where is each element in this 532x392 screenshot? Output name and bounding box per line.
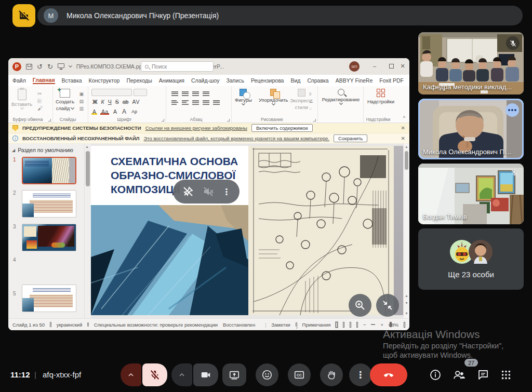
highlight-button[interactable]: А <box>91 109 97 115</box>
language-status[interactable]: украинский <box>57 322 83 328</box>
paste-button[interactable]: Вставить <box>11 86 32 109</box>
collapse-ribbon-button[interactable]: ^ <box>403 115 405 120</box>
save-recovered-button[interactable]: Сохранить <box>334 134 367 142</box>
align-left-icon[interactable] <box>171 99 178 105</box>
align-right-icon[interactable] <box>192 99 199 105</box>
search-box[interactable]: Поиск <box>141 61 214 72</box>
zoom-slider-thumb[interactable] <box>390 322 392 327</box>
video-tile-bogdan[interactable]: Богдан Тимків <box>418 164 524 224</box>
indent-icon[interactable] <box>192 90 199 97</box>
save-icon[interactable] <box>26 64 32 70</box>
camera-toggle-button[interactable] <box>193 363 218 386</box>
grow-font-button[interactable]: А <box>121 108 127 115</box>
tab-insert[interactable]: Вставка <box>62 77 82 84</box>
slideshow-view-button[interactable] <box>356 322 358 328</box>
shapes-button[interactable]: Фигуры <box>235 86 252 105</box>
columns-icon[interactable] <box>213 99 220 105</box>
participants-button[interactable] <box>448 363 471 386</box>
line-spacing-icon[interactable] <box>203 90 209 97</box>
scroll-thumb[interactable] <box>405 151 408 170</box>
main-scrollbar[interactable]: ▲ ▲ ▼ ▼ <box>403 144 409 318</box>
video-tile-classroom[interactable]: Кафедра методики виклад... <box>418 32 524 94</box>
new-slide-button[interactable]: Создать слайд <box>56 86 74 111</box>
font-dialog-launcher[interactable] <box>162 119 164 121</box>
align-center-icon[interactable] <box>182 99 189 105</box>
start-slideshow-icon[interactable] <box>58 63 64 68</box>
comments-button[interactable]: Примечания <box>302 322 331 328</box>
drawing-dialog-launcher[interactable] <box>313 119 316 121</box>
overflow-participants-tile[interactable]: Ще 23 особи <box>418 228 524 290</box>
activities-button[interactable] <box>495 363 517 386</box>
captions-button[interactable]: CC <box>288 363 311 386</box>
more-options-button[interactable]: ⋮ <box>349 363 372 386</box>
fill-outline-effects-icons[interactable]: ◊∠◌ <box>309 90 313 112</box>
section-header[interactable]: ◢ Раздел по умолчанию <box>12 147 73 153</box>
panel-scroll-thumb[interactable] <box>86 151 90 186</box>
clipboard-dialog-launcher[interactable] <box>48 119 51 121</box>
slide-thumbnail-4[interactable] <box>22 285 76 312</box>
zoom-out-button[interactable]: − <box>363 322 366 328</box>
chat-button[interactable] <box>472 363 495 386</box>
cut-copy-painter-icons[interactable]: ✂⎘🖌 <box>37 90 43 112</box>
slide-sorter-view-button[interactable] <box>343 322 344 328</box>
zoom-in-status-button[interactable]: + <box>380 322 383 328</box>
font-color-button[interactable]: Аа <box>100 109 109 115</box>
accessibility-status[interactable]: Специальные возможности: проверьте реком… <box>94 322 218 328</box>
editing-button[interactable]: Редактирование <box>320 86 362 104</box>
tab-record[interactable]: Запись <box>226 77 244 84</box>
end-call-button[interactable] <box>370 363 407 386</box>
video-tile-speaker[interactable]: Микола Олександрович Пі... <box>418 99 524 159</box>
shadow-button[interactable]: ab <box>122 99 130 105</box>
next-slide-icon[interactable]: ▼ <box>405 301 408 305</box>
notes-button[interactable]: Заметки <box>271 322 290 328</box>
pin-off-icon[interactable] <box>182 185 194 198</box>
scroll-up-icon[interactable]: ▲ <box>405 145 408 148</box>
char-spacing-button[interactable]: АV <box>131 99 140 105</box>
previous-slide-icon[interactable]: ▲ <box>405 294 408 298</box>
shrink-font-button[interactable]: Ар <box>130 109 138 114</box>
tab-review[interactable]: Рецензирова <box>251 77 284 84</box>
normal-view-button[interactable] <box>336 322 337 328</box>
font-size-select[interactable] <box>134 89 147 96</box>
ppt-titlebar[interactable]: P ↺ ↻ ПРез.КОМПОЗ.СХЕМА.pptx [Автосохран… <box>8 58 409 75</box>
reactions-button[interactable] <box>256 363 278 386</box>
arrange-button[interactable]: Упорядочить <box>259 86 288 105</box>
tab-view[interactable]: Вид <box>290 77 300 84</box>
slides-panel-scrollbar[interactable]: ▲ <box>84 144 91 318</box>
fit-to-window-button[interactable] <box>404 322 405 328</box>
bullets-icon[interactable] <box>171 90 178 97</box>
enable-content-button[interactable]: Включить содержимое <box>251 124 313 132</box>
tab-home[interactable]: Главная <box>33 77 55 84</box>
strikethrough-button[interactable]: S <box>114 99 120 105</box>
change-case-button[interactable]: А <box>112 109 118 115</box>
scroll-down-icon[interactable]: ▼ <box>405 312 408 315</box>
numbering-icon[interactable] <box>182 90 189 97</box>
account-avatar[interactable]: МП <box>349 61 360 72</box>
mic-toggle-button[interactable] <box>142 363 167 386</box>
recovered-file-close[interactable]: ✕ <box>401 136 405 141</box>
tile-more-options-button[interactable] <box>506 103 519 117</box>
tab-design[interactable]: Конструктор <box>89 77 120 84</box>
reading-view-button[interactable] <box>350 322 351 328</box>
presenter-pill[interactable]: М Микола Олександрович Пічкур (Презентац… <box>37 6 523 25</box>
tab-animations[interactable]: Анимация <box>159 77 184 84</box>
underline-button[interactable]: Ч <box>107 99 113 105</box>
raise-hand-button[interactable] <box>320 363 343 386</box>
tab-foxit[interactable]: Foxit PDF <box>379 77 404 84</box>
paragraph-dialog-launcher[interactable] <box>227 119 230 121</box>
undo-icon[interactable]: ↺ <box>37 63 43 70</box>
quick-access-chevron-icon[interactable] <box>69 64 72 67</box>
camera-options-button[interactable] <box>171 363 192 386</box>
close-button[interactable]: ✕ <box>395 58 409 74</box>
redo-icon[interactable]: ↻ <box>47 63 53 70</box>
italic-button[interactable]: К <box>100 99 105 105</box>
addins-button[interactable]: Надстройки <box>367 86 395 104</box>
mic-options-button[interactable] <box>121 363 141 386</box>
justify-icon[interactable] <box>203 99 209 105</box>
present-button[interactable] <box>222 363 246 386</box>
meeting-details-button[interactable] <box>424 363 447 386</box>
recovered-file-link[interactable]: Это восстановленный файл, который времен… <box>143 136 329 141</box>
security-warning-link[interactable]: Ссылки на внешние рисунки заблокированы <box>145 125 247 131</box>
zoom-slider[interactable] <box>371 324 375 325</box>
security-warning-close[interactable]: ✕ <box>401 125 405 131</box>
